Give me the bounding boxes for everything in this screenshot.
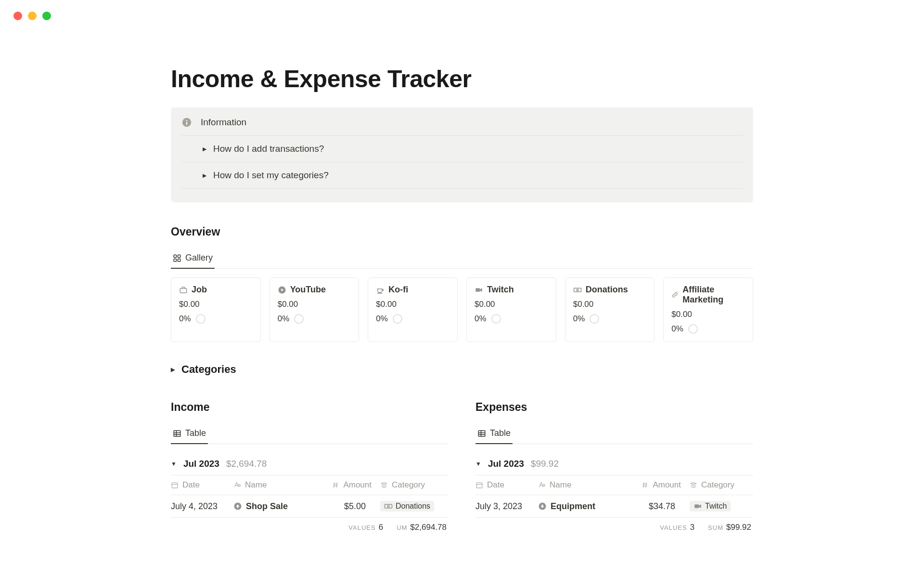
triangle-down-icon: ▼ (475, 460, 481, 467)
table-row[interactable]: July 4, 2023 Shop Sale $5.00 Donations (171, 495, 449, 518)
th-date[interactable]: Date (171, 480, 233, 490)
minimize-window-icon[interactable] (28, 12, 37, 20)
th-name[interactable]: Name (538, 480, 618, 490)
footer-values-label: VALUES (660, 524, 687, 531)
income-section: Income Table ▼ Jul 2023 $2,694.78 Date (171, 401, 449, 532)
th-date-label: Date (487, 480, 504, 490)
footer-sum-v: $2,694.78 (410, 523, 447, 532)
svg-rect-2 (186, 122, 187, 125)
cell-date: July 3, 2023 (475, 501, 538, 512)
footer-sum-label: UM (397, 524, 407, 531)
close-window-icon[interactable] (13, 12, 22, 20)
faq-toggle[interactable]: ▶ How do I set my categories? (181, 162, 743, 189)
overview-view-tabs: Gallery (171, 249, 753, 269)
expenses-group-toggle[interactable]: ▼ Jul 2023 $99.92 (475, 453, 753, 475)
card-title: Twitch (475, 285, 548, 295)
faq-label: How do I set my categories? (213, 170, 329, 181)
th-amount[interactable]: Amount (309, 480, 372, 490)
th-amount-label: Amount (653, 480, 681, 490)
card-percent: 0% (376, 314, 449, 324)
cell-name-text: Equipment (551, 501, 595, 512)
income-group-label: Jul 2023 (183, 459, 219, 469)
cell-amount: $5.00 (309, 501, 372, 512)
categories-toggle[interactable]: ▶ Categories (171, 363, 753, 376)
card-title: Affiliate Marketing (671, 285, 745, 305)
th-date[interactable]: Date (475, 480, 538, 490)
card-name: Ko-fi (388, 285, 408, 295)
overview-card[interactable]: Twitch$0.000% (466, 277, 556, 342)
svg-rect-26 (478, 431, 485, 436)
expenses-title: Expenses (475, 401, 753, 414)
card-percent-text: 0% (179, 314, 191, 324)
th-category[interactable]: Category (681, 480, 753, 490)
overview-card[interactable]: YouTube$0.000% (270, 277, 359, 342)
cell-category-text: Twitch (705, 502, 727, 511)
overview-card[interactable]: Job$0.000% (171, 277, 261, 342)
svg-rect-4 (178, 255, 180, 257)
card-percent-text: 0% (278, 314, 290, 324)
progress-ring-icon (688, 324, 698, 334)
overview-card[interactable]: Affiliate Marketing$0.000% (663, 277, 753, 342)
progress-ring-icon (590, 314, 599, 324)
svg-point-12 (577, 289, 578, 291)
progress-ring-icon (491, 314, 501, 324)
card-percent-text: 0% (573, 314, 585, 324)
calendar-icon (171, 481, 179, 489)
card-percent-text: 0% (376, 314, 388, 324)
th-amount[interactable]: Amount (618, 480, 681, 490)
card-percent: 0% (278, 314, 351, 324)
svg-point-1 (186, 120, 188, 121)
video-icon (693, 502, 702, 511)
progress-ring-icon (196, 314, 205, 324)
card-title: YouTube (278, 285, 351, 295)
tab-gallery[interactable]: Gallery (171, 249, 215, 269)
card-percent-text: 0% (671, 324, 683, 334)
tab-table[interactable]: Table (475, 424, 513, 444)
th-name-label: Name (550, 480, 571, 490)
cell-date: July 4, 2023 (171, 501, 233, 512)
progress-ring-icon (294, 314, 304, 324)
svg-line-21 (334, 483, 334, 488)
relation-icon (380, 481, 388, 489)
triangle-down-icon: ▼ (171, 460, 177, 467)
footer-values-label: VALUES (348, 524, 375, 531)
hash-icon (641, 481, 649, 489)
card-amount: $0.00 (475, 300, 548, 309)
maximize-window-icon[interactable] (42, 12, 51, 20)
income-footer: VALUES6 UM$2,694.78 (171, 518, 449, 532)
th-category[interactable]: Category (372, 480, 449, 490)
text-icon (538, 481, 546, 489)
th-name-label: Name (245, 480, 267, 490)
svg-rect-10 (475, 288, 480, 292)
svg-rect-13 (174, 431, 180, 436)
expenses-view-tabs: Table (475, 424, 753, 444)
card-percent: 0% (671, 324, 745, 334)
svg-rect-5 (174, 259, 176, 261)
expenses-table-header: Date Name Amount Category (475, 475, 753, 495)
table-icon (477, 429, 486, 438)
play-circle-icon (278, 286, 286, 294)
overview-gallery: Job$0.000%YouTube$0.000%Ko-fi$0.000%Twit… (171, 277, 753, 342)
income-group-toggle[interactable]: ▼ Jul 2023 $2,694.78 (171, 453, 449, 475)
income-table-header: Date Name Amount Category (171, 475, 449, 495)
window-traffic-lights (13, 12, 51, 20)
overview-card[interactable]: Ko-fi$0.000% (368, 277, 458, 342)
tab-gallery-label: Gallery (185, 253, 213, 263)
table-row[interactable]: July 3, 2023 Equipment $34.78 Twitch (475, 495, 753, 518)
information-callout: Information ▶ How do I add transactions?… (171, 107, 753, 202)
card-percent-text: 0% (475, 314, 487, 324)
callout-title: Information (201, 117, 246, 128)
overview-section-title: Overview (171, 225, 753, 238)
hash-icon (332, 481, 339, 489)
overview-card[interactable]: Donations$0.000% (565, 277, 655, 342)
cell-category-text: Donations (396, 502, 430, 511)
svg-rect-37 (694, 504, 699, 508)
card-percent: 0% (475, 314, 548, 324)
table-icon (173, 429, 181, 438)
card-percent: 0% (573, 314, 647, 324)
expenses-section: Expenses Table ▼ Jul 2023 $99.92 Date (475, 401, 753, 532)
triangle-right-icon: ▶ (171, 367, 175, 373)
faq-toggle[interactable]: ▶ How do I add transactions? (181, 135, 743, 162)
th-name[interactable]: Name (233, 480, 309, 490)
tab-table[interactable]: Table (171, 424, 208, 444)
